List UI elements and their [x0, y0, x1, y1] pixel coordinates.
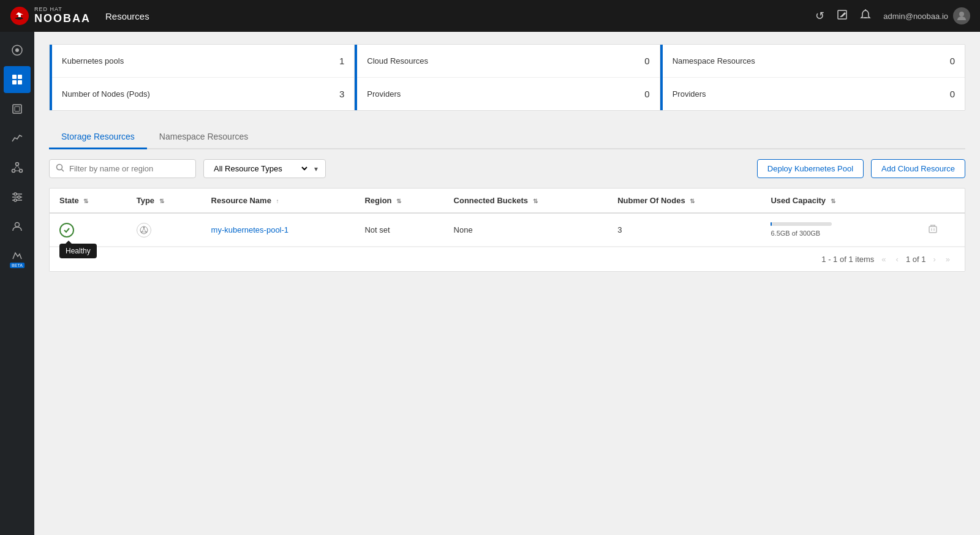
svg-rect-12 [15, 107, 20, 111]
svg-rect-7 [12, 75, 17, 79]
row-resource-name-cell: my-kubernetes-pool-1 [202, 213, 355, 247]
svg-point-6 [15, 48, 19, 52]
cloud-resources-row: Cloud Resources 0 [357, 45, 659, 78]
connected-buckets-value: None [454, 225, 473, 234]
pagination-range: 1 - 1 of 1 items [821, 255, 874, 264]
refresh-icon[interactable]: ↺ [815, 9, 824, 23]
nodes-count-value: 3 [617, 225, 622, 234]
col-actions [918, 189, 965, 213]
capacity-text: 6.5GB of 300GB [771, 230, 820, 237]
sidebar-item-overview[interactable] [4, 37, 31, 64]
brand-noobaa: NOOBAA [34, 13, 91, 25]
sidebar-item-accounts[interactable] [4, 213, 31, 240]
edit-icon[interactable] [837, 9, 848, 23]
tab-bar: Storage Resources Namespace Resources [49, 125, 965, 149]
nodes-row: Number of Nodes (Pods) 3 [52, 78, 354, 110]
namespace-providers-label: Providers [673, 89, 706, 99]
row-state-cell: Healthy [50, 213, 127, 247]
nodes-label: Number of Nodes (Pods) [62, 89, 150, 99]
row-type-cell [127, 213, 202, 247]
chevron-down-icon: ▾ [314, 165, 318, 173]
resources-table-container: State ⇅ Type ⇅ Resource Name ↑ Region ⇅ … [49, 188, 965, 272]
resource-type-select-wrapper[interactable]: All Resource Types Kubernetes pools Clou… [203, 159, 326, 178]
svg-point-15 [20, 170, 23, 173]
tab-namespace-resources[interactable]: Namespace Resources [147, 125, 261, 149]
sidebar-item-beta[interactable] [4, 242, 31, 269]
last-page-button[interactable]: » [943, 253, 952, 265]
topnav-actions: ↺ admin@noobaa.io [815, 7, 970, 24]
sidebar-item-settings[interactable] [4, 184, 31, 211]
redhat-logo-icon [10, 6, 29, 26]
healthy-status-icon[interactable] [59, 223, 74, 238]
pagination-bar: 1 - 1 of 1 items « ‹ 1 of 1 › » [50, 247, 965, 271]
buckets-sort-icon: ⇅ [533, 198, 538, 204]
svg-rect-9 [12, 80, 17, 84]
region-sort-icon: ⇅ [396, 198, 401, 204]
kubernetes-pools-label: Kubernetes pools [62, 56, 124, 65]
namespace-summary-card: Namespace Resources 0 Providers 0 [660, 45, 965, 110]
svg-point-31 [145, 231, 146, 232]
cloud-resources-label: Cloud Resources [367, 56, 428, 65]
svg-point-4 [959, 12, 964, 17]
cloud-providers-label: Providers [367, 89, 401, 99]
col-state[interactable]: State ⇅ [50, 189, 127, 213]
svg-point-22 [14, 193, 17, 195]
resource-name-sort-icon: ↑ [276, 198, 279, 204]
deploy-kubernetes-pool-button[interactable]: Deploy Kubernetes Pool [757, 159, 864, 178]
col-connected-buckets[interactable]: Connected Buckets ⇅ [444, 189, 608, 213]
svg-rect-10 [18, 80, 22, 84]
kubernetes-summary-card: Kubernetes pools 1 Number of Nodes (Pods… [50, 45, 354, 110]
region-value: Not set [364, 225, 390, 234]
search-box[interactable] [49, 159, 196, 178]
page-label: 1 of 1 [906, 255, 926, 264]
namespace-resources-row: Namespace Resources 0 [663, 45, 965, 78]
col-region[interactable]: Region ⇅ [355, 189, 443, 213]
status-cell: Healthy [59, 223, 117, 238]
row-capacity-cell: 6.5GB of 300GB [761, 213, 918, 247]
first-page-button[interactable]: « [879, 253, 888, 265]
table-body: Healthy my-kubernetes-pool-1 Not set [50, 213, 965, 247]
state-sort-icon: ⇅ [83, 198, 88, 204]
tab-storage-resources[interactable]: Storage Resources [49, 125, 147, 149]
sidebar-item-cluster[interactable] [4, 154, 31, 181]
brand-logo[interactable]: RED HAT NOOBAA [10, 6, 91, 26]
bell-icon[interactable] [860, 9, 871, 23]
svg-rect-11 [13, 105, 21, 113]
type-sort-icon: ⇅ [159, 198, 164, 204]
delete-icon[interactable] [928, 225, 938, 236]
row-region-cell: Not set [355, 213, 443, 247]
capacity-bar-bg [771, 222, 832, 226]
svg-point-26 [57, 165, 62, 170]
sidebar-item-analytics[interactable] [4, 125, 31, 152]
cloud-summary-card: Cloud Resources 0 Providers 0 [355, 45, 659, 110]
svg-rect-35 [929, 226, 937, 233]
col-used-capacity[interactable]: Used Capacity ⇅ [761, 189, 918, 213]
col-number-of-nodes[interactable]: Nubmer Of Nodes ⇅ [608, 189, 761, 213]
resource-type-select[interactable]: All Resource Types Kubernetes pools Clou… [211, 163, 309, 174]
kubernetes-type-icon [137, 223, 151, 238]
add-cloud-resource-button[interactable]: Add Cloud Resource [871, 159, 965, 178]
summary-cards: Kubernetes pools 1 Number of Nodes (Pods… [49, 44, 965, 111]
cloud-providers-value: 0 [644, 89, 649, 99]
col-resource-name[interactable]: Resource Name ↑ [202, 189, 355, 213]
kubernetes-pools-value: 1 [339, 56, 344, 66]
row-nodes-cell: 3 [608, 213, 761, 247]
sidebar-item-buckets[interactable] [4, 95, 31, 122]
svg-point-25 [15, 223, 20, 227]
next-page-button[interactable]: › [930, 253, 938, 265]
resources-table: State ⇅ Type ⇅ Resource Name ↑ Region ⇅ … [50, 189, 965, 247]
prev-page-button[interactable]: ‹ [894, 253, 901, 265]
brand-text: RED HAT NOOBAA [34, 7, 91, 25]
cloud-resources-value: 0 [644, 56, 649, 66]
user-menu[interactable]: admin@noobaa.io [883, 7, 970, 24]
search-icon [56, 163, 64, 174]
svg-line-32 [142, 228, 144, 231]
capacity-sort-icon: ⇅ [831, 198, 835, 204]
col-type[interactable]: Type ⇅ [127, 189, 202, 213]
search-input[interactable] [69, 164, 189, 173]
resource-link[interactable]: my-kubernetes-pool-1 [211, 225, 288, 234]
sidebar-item-resources[interactable] [4, 66, 31, 93]
toolbar: All Resource Types Kubernetes pools Clou… [49, 159, 965, 178]
svg-line-17 [17, 165, 20, 170]
top-navigation: RED HAT NOOBAA Resources ↺ admin@noobaa.… [0, 0, 980, 32]
